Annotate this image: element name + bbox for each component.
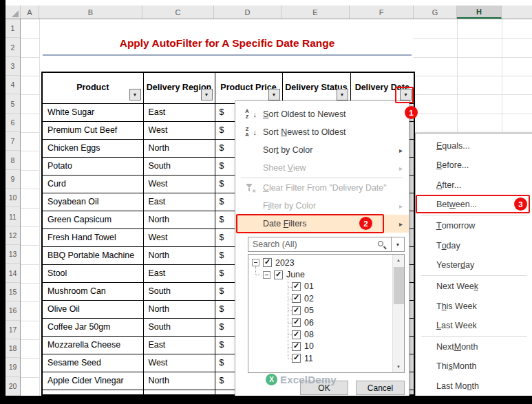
filter-dropdown-product[interactable]: ▼ <box>129 89 141 100</box>
cancel-button[interactable]: Cancel <box>356 381 405 395</box>
scroll-down-icon[interactable]: ▼ <box>393 361 404 372</box>
cell-product[interactable]: Soyabean Oil <box>42 193 143 211</box>
filter-dropdown-delivery-region[interactable]: ▼ <box>201 89 213 100</box>
cell-product[interactable]: Fresh Hand Towel <box>42 228 143 246</box>
scroll-up-icon[interactable]: ▲ <box>393 255 404 266</box>
scrollbar[interactable]: ▲ ▼ <box>392 255 404 372</box>
cell-product[interactable]: Mozzarella Cheese <box>42 336 143 354</box>
cell-region[interactable]: North <box>143 300 215 318</box>
filter-value-06[interactable]: ✓06 <box>248 317 392 328</box>
cell-product[interactable]: Premium Cut Beef <box>42 121 143 139</box>
row-header-11[interactable]: 11 <box>6 207 20 226</box>
cell-region[interactable]: West <box>143 121 215 139</box>
filter-value-10[interactable]: ✓10 <box>248 341 392 352</box>
cell-product[interactable]: Olive Oil <box>42 300 143 318</box>
row-header-15[interactable]: 15 <box>6 283 20 301</box>
cell-product[interactable]: Green Capsicum <box>42 211 143 228</box>
row-header-8[interactable]: 8 <box>6 151 20 169</box>
cell-region[interactable]: West <box>143 228 215 246</box>
checkbox-checked-icon[interactable]: ✓ <box>292 318 301 327</box>
search-scope-dropdown-button[interactable]: ▼ <box>391 237 404 251</box>
cell-product[interactable]: Coffee Jar 50gm <box>42 318 143 336</box>
cell-region[interactable]: North <box>143 139 215 157</box>
cell-product[interactable]: Chicken Eggs <box>42 139 143 157</box>
checkbox-checked-icon[interactable]: ✓ <box>274 270 283 279</box>
row-header-4[interactable]: 4 <box>6 76 20 94</box>
row-header-20[interactable]: 20 <box>6 377 20 396</box>
filter-search-box[interactable]: Search (All) ▼ <box>248 237 405 252</box>
cell-product[interactable]: BBQ Portable Machine <box>42 246 143 264</box>
cell-product[interactable]: White Sugar <box>42 103 143 121</box>
filter-value-june[interactable]: ✓June <box>248 268 392 280</box>
cell-product[interactable]: Stool <box>42 264 143 282</box>
submenu-item-tomorrow[interactable]: Tomorrow <box>416 216 532 235</box>
cell-product[interactable]: Potato <box>42 157 143 175</box>
cell-region[interactable]: South <box>143 157 215 175</box>
column-header-d[interactable]: D <box>214 6 281 19</box>
collapse-toggle-icon[interactable] <box>252 259 259 266</box>
menu-item-sort-oldest-to-newest[interactable]: AZ↓Sort Oldest to Newest <box>235 105 409 123</box>
scrollbar-thumb[interactable] <box>394 267 404 304</box>
checkbox-checked-icon[interactable]: ✓ <box>292 330 301 339</box>
row-header-12[interactable]: 12 <box>6 226 20 245</box>
filter-value-11[interactable]: ✓11 <box>248 352 392 364</box>
menu-item-sort-newest-to-oldest[interactable]: ZA↓Sort Newest to Oldest <box>235 123 409 141</box>
cell-region[interactable]: South <box>143 282 215 300</box>
row-header-2[interactable]: 2 <box>6 38 20 56</box>
submenu-item-yesterday[interactable]: Yesterday <box>416 255 532 275</box>
cell-region[interactable]: East <box>143 336 215 354</box>
filter-value-2023[interactable]: ✓2023 <box>248 257 392 268</box>
checkbox-checked-icon[interactable]: ✓ <box>263 258 272 267</box>
row-header-16[interactable]: 16 <box>6 301 20 320</box>
row-header-3[interactable]: 3 <box>6 57 20 76</box>
cell-region[interactable]: South <box>143 318 215 336</box>
row-header-1[interactable]: 1 <box>6 19 20 38</box>
checkbox-checked-icon[interactable]: ✓ <box>292 282 301 291</box>
submenu-item-this-month[interactable]: This Month <box>416 357 532 376</box>
checkbox-checked-icon[interactable]: ✓ <box>292 306 301 315</box>
checkbox-checked-icon[interactable]: ✓ <box>292 342 301 351</box>
column-header-b[interactable]: B <box>39 6 142 19</box>
column-header-g[interactable]: G <box>414 6 457 19</box>
cell-region[interactable]: East <box>143 103 215 121</box>
filter-dropdown-delivery-status[interactable]: ▼ <box>337 89 348 100</box>
row-header-13[interactable]: 13 <box>6 245 20 264</box>
filter-dropdown-product-price[interactable]: ▼ <box>268 89 280 100</box>
column-header-a[interactable]: A <box>21 6 39 19</box>
column-header-e[interactable]: E <box>281 6 350 19</box>
cell-product[interactable]: Sesame Seed <box>42 354 143 372</box>
select-all-corner[interactable] <box>6 6 21 19</box>
submenu-item-after[interactable]: After... <box>416 176 532 195</box>
checkbox-checked-icon[interactable]: ✓ <box>292 294 301 303</box>
cell-region[interactable]: North <box>143 372 215 390</box>
column-header-f[interactable]: F <box>350 6 414 19</box>
row-header-10[interactable]: 10 <box>6 189 20 207</box>
submenu-item-today[interactable]: Today <box>416 235 532 255</box>
filter-value-02[interactable]: ✓02 <box>248 293 392 304</box>
checkbox-checked-icon[interactable]: ✓ <box>292 354 301 363</box>
row-header-6[interactable]: 6 <box>6 114 20 132</box>
row-header-9[interactable]: 9 <box>6 170 20 189</box>
submenu-item-last-week[interactable]: Last Week <box>416 316 532 335</box>
column-header-c[interactable]: C <box>142 6 214 19</box>
row-header-5[interactable]: 5 <box>6 94 20 113</box>
cell-product[interactable]: Mushroom Can <box>42 282 143 300</box>
submenu-item-this-week[interactable]: This Week <box>416 296 532 315</box>
filter-value-01[interactable]: ✓01 <box>248 281 392 293</box>
cell-region[interactable]: East <box>143 193 215 211</box>
submenu-item-equals[interactable]: Equals... <box>416 136 532 156</box>
cell-region[interactable]: West <box>143 354 215 372</box>
filter-value-05[interactable]: ✓05 <box>248 305 392 317</box>
row-header-14[interactable]: 14 <box>6 264 20 282</box>
submenu-item-next-week[interactable]: Next Week <box>416 277 532 296</box>
cell-region[interactable]: East <box>143 264 215 282</box>
filter-value-08[interactable]: ✓08 <box>248 328 392 340</box>
row-header-7[interactable]: 7 <box>6 132 20 151</box>
cell-region[interactable]: West <box>143 175 215 193</box>
row-header-17[interactable]: 17 <box>6 321 20 339</box>
menu-item-sort-by-color[interactable]: Sort by Color▸ <box>235 141 409 159</box>
row-header-18[interactable]: 18 <box>6 339 20 358</box>
column-header-h[interactable]: H <box>457 6 502 19</box>
cell-product[interactable]: Curd <box>42 175 143 193</box>
cell-product[interactable]: Apple Cider Vinegar <box>42 372 143 390</box>
